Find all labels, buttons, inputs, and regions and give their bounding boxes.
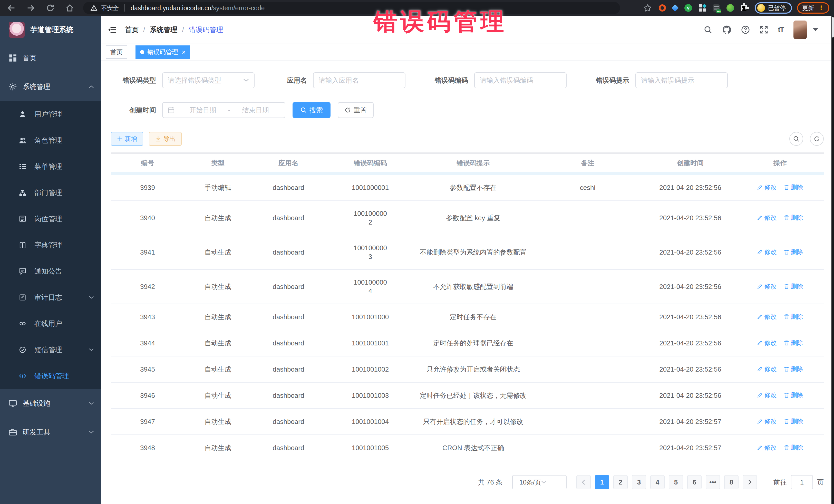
search-icon[interactable]: [704, 25, 712, 34]
edit-link[interactable]: 修改: [757, 338, 776, 347]
page-button[interactable]: 5: [669, 475, 683, 489]
browser-menu-icon[interactable]: ⋮: [818, 4, 824, 12]
sidebar-item-online[interactable]: 在线用户: [0, 310, 101, 337]
delete-link[interactable]: 删除: [784, 282, 803, 291]
filter-app-input[interactable]: 请输入应用名: [313, 72, 405, 88]
filter-date-range[interactable]: 开始日期 - 结束日期: [162, 102, 285, 118]
extensions-puzzle-icon[interactable]: [741, 5, 747, 11]
delete-link[interactable]: 删除: [784, 213, 803, 222]
delete-link[interactable]: 删除: [784, 417, 803, 426]
export-button[interactable]: 导出: [149, 132, 182, 146]
app-logo[interactable]: 芋道管理系统: [0, 16, 101, 44]
table-row[interactable]: 3945 自动生成 dashboard 1001001002 只允许修改为开启或…: [111, 356, 824, 382]
delete-link[interactable]: 删除: [784, 248, 803, 256]
edit-link[interactable]: 修改: [757, 248, 776, 256]
page-scrollbar[interactable]: [831, 16, 834, 504]
update-button[interactable]: 更新 ⋮: [797, 2, 829, 14]
page-button[interactable]: 4: [650, 475, 665, 489]
sidebar-item-notice[interactable]: 通知公告: [0, 258, 101, 284]
font-size-icon[interactable]: tT: [778, 26, 784, 34]
table-row[interactable]: 3939 手动编辑 dashboard 1001000001 参数配置不存在 c…: [111, 175, 824, 201]
sidebar-item-dict[interactable]: 字典管理: [0, 232, 101, 258]
table-row[interactable]: 3943 自动生成 dashboard 1001001000 定时任务不存在 2…: [111, 304, 824, 330]
delete-link[interactable]: 删除: [784, 183, 803, 192]
sidebar-item-devtools[interactable]: 研发工具: [0, 418, 101, 446]
table-row[interactable]: 3946 自动生成 dashboard 1001001003 定时任务已经处于该…: [111, 382, 824, 409]
sidebar-item-errorcode[interactable]: 错误码管理: [0, 363, 101, 389]
bookmark-star-icon[interactable]: [643, 4, 652, 12]
search-button[interactable]: 搜索: [292, 102, 331, 118]
edit-link[interactable]: 修改: [757, 443, 776, 452]
caret-down-icon[interactable]: [813, 28, 818, 31]
edit-link[interactable]: 修改: [757, 365, 776, 373]
breadcrumb-system[interactable]: 系统管理: [150, 25, 178, 35]
edit-link[interactable]: 修改: [757, 391, 776, 399]
table-row[interactable]: 3940 自动生成 dashboard 100100000 2 参数配置 key…: [111, 201, 824, 235]
next-page-button[interactable]: [743, 475, 757, 489]
table-row[interactable]: 3942 自动生成 dashboard 100100000 4 不允许获取敏感配…: [111, 269, 824, 304]
edit-link[interactable]: 修改: [757, 213, 776, 222]
extension-grid-icon[interactable]: [699, 4, 706, 12]
page-button[interactable]: 2: [613, 475, 628, 489]
delete-link[interactable]: 删除: [784, 443, 803, 452]
table-row[interactable]: 3947 自动生成 dashboard 1001001004 只有开启状态的任务…: [111, 409, 824, 435]
tag-errorcode[interactable]: 错误码管理 ×: [135, 45, 190, 59]
page-size-select[interactable]: 10条/页: [512, 475, 567, 489]
tag-home[interactable]: 首页: [106, 45, 127, 59]
hamburger-icon[interactable]: [108, 25, 116, 34]
extension-onbadge-icon[interactable]: on: [712, 4, 720, 12]
reset-button[interactable]: 重置: [338, 102, 374, 118]
extension-green-icon[interactable]: v: [684, 4, 692, 12]
filter-msg-input[interactable]: 请输入错误码提示: [635, 72, 728, 88]
sidebar-item-auditlog[interactable]: 审计日志: [0, 284, 101, 310]
sidebar-item-sms[interactable]: 短信管理: [0, 337, 101, 363]
breadcrumb-home[interactable]: 首页: [125, 25, 138, 35]
delete-link[interactable]: 删除: [784, 365, 803, 373]
page-button[interactable]: 6: [687, 475, 702, 489]
reload-icon[interactable]: [46, 3, 55, 13]
add-button[interactable]: 新增: [111, 132, 143, 146]
table-row[interactable]: 3948 自动生成 dashboard 1001001005 CRON 表达式不…: [111, 435, 824, 461]
home-icon[interactable]: [65, 3, 74, 13]
extension-gem-icon[interactable]: [672, 4, 679, 12]
edit-link[interactable]: 修改: [757, 417, 776, 426]
goto-page-input[interactable]: 1: [791, 475, 813, 489]
sidebar-item-posts[interactable]: 岗位管理: [0, 206, 101, 232]
table-row[interactable]: 3944 自动生成 dashboard 1001001001 定时任务的处理器已…: [111, 330, 824, 356]
refresh-icon[interactable]: [810, 132, 824, 146]
filter-code-input[interactable]: 请输入错误码编码: [474, 72, 567, 88]
scrollbar-thumb[interactable]: [832, 17, 834, 38]
page-button[interactable]: 8: [724, 475, 739, 489]
sidebar-item-menus[interactable]: 菜单管理: [0, 153, 101, 180]
delete-link[interactable]: 删除: [784, 338, 803, 347]
edit-link[interactable]: 修改: [757, 312, 776, 321]
sidebar-item-system[interactable]: 系统管理: [0, 72, 101, 101]
tag-close-icon[interactable]: ×: [182, 49, 185, 56]
github-icon[interactable]: [722, 25, 731, 35]
extension-orange-icon[interactable]: [659, 4, 666, 12]
extension-frog-icon[interactable]: [726, 4, 734, 12]
forward-icon[interactable]: [26, 3, 36, 13]
sidebar-item-roles[interactable]: 角色管理: [0, 127, 101, 153]
user-avatar[interactable]: [793, 21, 807, 39]
prev-page-button[interactable]: [576, 475, 591, 489]
edit-link[interactable]: 修改: [757, 183, 776, 192]
paused-button[interactable]: 已暂停: [755, 2, 792, 14]
help-icon[interactable]: [741, 25, 750, 34]
edit-link[interactable]: 修改: [757, 282, 776, 291]
show-search-icon[interactable]: [789, 132, 803, 146]
filter-type-select[interactable]: 请选择错误码类型: [162, 72, 255, 88]
page-button[interactable]: •••: [706, 475, 720, 489]
delete-link[interactable]: 删除: [784, 391, 803, 399]
delete-link[interactable]: 删除: [784, 312, 803, 321]
table-row[interactable]: 3941 自动生成 dashboard 100100000 3 不能删除类型为系…: [111, 235, 824, 269]
sidebar-item-home[interactable]: 首页: [0, 44, 101, 72]
sidebar-item-infra[interactable]: 基础设施: [0, 389, 101, 418]
page-button[interactable]: 3: [632, 475, 646, 489]
back-icon[interactable]: [7, 3, 16, 13]
sidebar-item-depts[interactable]: 部门管理: [0, 180, 101, 206]
page-button[interactable]: 1: [595, 475, 609, 489]
address-bar[interactable]: 不安全 dashboard.yudao.iocoder.cn/system/er…: [83, 2, 620, 14]
warning-icon[interactable]: [90, 4, 97, 12]
sidebar-item-users[interactable]: 用户管理: [0, 101, 101, 127]
